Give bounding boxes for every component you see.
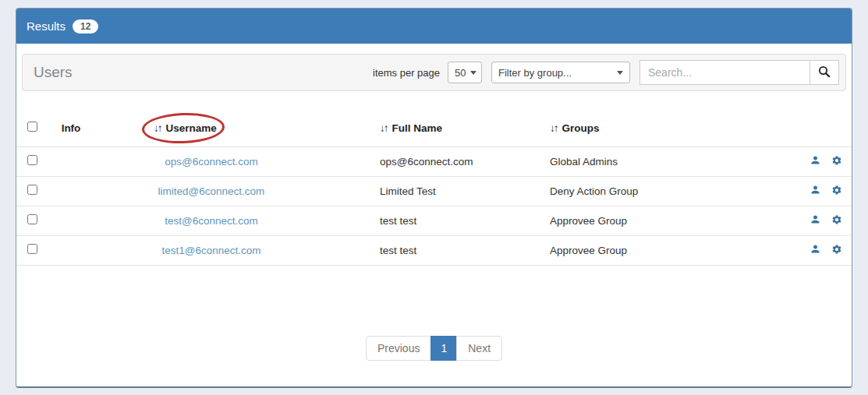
- gear-icon[interactable]: [831, 214, 842, 227]
- gear-icon[interactable]: [831, 155, 842, 168]
- previous-page-button[interactable]: Previous: [366, 336, 431, 361]
- results-count-badge: 12: [73, 19, 98, 34]
- username-link[interactable]: test@6connect.com: [165, 215, 258, 227]
- column-header-groups[interactable]: ↓↑Groups: [547, 110, 804, 146]
- groups-cell: Global Admins: [547, 146, 804, 176]
- fullname-cell: test test: [328, 235, 547, 265]
- search-button[interactable]: [810, 60, 839, 85]
- users-toolbar: Users items per page 50 Filter by group.…: [22, 54, 846, 91]
- username-link[interactable]: test1@6connect.com: [161, 245, 260, 256]
- items-per-page-select[interactable]: 50: [448, 62, 482, 83]
- items-per-page-value: 50: [455, 67, 466, 79]
- table-row: limited@6connect.com Limited Test Deny A…: [16, 176, 852, 206]
- pagination: Previous 1 Next: [16, 336, 852, 361]
- fullname-cell: Limited Test: [328, 176, 547, 206]
- chevron-down-icon: [470, 71, 477, 75]
- results-panel: Results 12 Users items per page 50 Filte…: [16, 8, 852, 388]
- section-title: Users: [34, 64, 73, 81]
- column-header-fullname[interactable]: ↓↑Full Name: [328, 110, 547, 146]
- groups-cell: Approvee Group: [547, 235, 804, 265]
- sort-icon: ↓↑: [154, 122, 161, 134]
- column-header-info: Info: [48, 110, 94, 146]
- sort-icon: ↓↑: [380, 122, 388, 134]
- info-cell: [48, 146, 94, 176]
- sort-icon: ↓↑: [550, 122, 558, 134]
- fullname-cell: test test: [328, 206, 547, 235]
- groups-cell: Approvee Group: [547, 206, 804, 235]
- current-page-button[interactable]: 1: [430, 336, 457, 361]
- row-checkbox[interactable]: [27, 214, 37, 224]
- column-header-fullname-label: Full Name: [392, 122, 443, 134]
- table-row: test1@6connect.com test test Approvee Gr…: [16, 235, 852, 265]
- gear-icon[interactable]: [831, 185, 842, 198]
- user-icon[interactable]: [810, 213, 821, 227]
- table-row: ops@6connect.com ops@6connect.com Global…: [16, 146, 852, 176]
- column-header-groups-label: Groups: [562, 122, 600, 134]
- user-icon[interactable]: [810, 243, 821, 257]
- next-page-button[interactable]: Next: [456, 336, 502, 361]
- info-cell: [48, 235, 94, 265]
- group-filter-select[interactable]: Filter by group...: [491, 62, 630, 83]
- magnifier-icon: [818, 65, 831, 80]
- group-filter-value: Filter by group...: [498, 67, 572, 79]
- select-all-checkbox[interactable]: [27, 122, 37, 132]
- fullname-cell: ops@6connect.com: [328, 146, 547, 176]
- user-icon[interactable]: [810, 154, 821, 168]
- items-per-page-label: items per page: [373, 67, 440, 79]
- row-checkbox[interactable]: [27, 185, 37, 195]
- search-group: [639, 60, 839, 85]
- table-row: test@6connect.com test test Approvee Gro…: [16, 206, 852, 235]
- chevron-down-icon: [617, 71, 623, 75]
- gear-icon[interactable]: [831, 244, 842, 257]
- table-header-row: Info ↓↑Username ↓↑Full Name ↓↑Groups: [16, 110, 852, 146]
- info-cell: [48, 176, 94, 206]
- username-link[interactable]: ops@6connect.com: [165, 156, 258, 168]
- user-icon[interactable]: [810, 184, 821, 198]
- row-checkbox[interactable]: [27, 244, 37, 254]
- panel-heading: Results 12: [16, 9, 852, 44]
- search-input[interactable]: [639, 60, 810, 85]
- column-header-username[interactable]: ↓↑Username: [94, 110, 328, 146]
- row-checkbox[interactable]: [27, 155, 37, 165]
- username-link[interactable]: limited@6connect.com: [158, 185, 265, 197]
- users-table: Info ↓↑Username ↓↑Full Name ↓↑Groups: [16, 110, 852, 266]
- info-cell: [48, 206, 94, 235]
- column-header-username-label: Username: [166, 122, 217, 134]
- groups-cell: Deny Action Group: [547, 176, 804, 206]
- panel-title: Results: [27, 19, 66, 33]
